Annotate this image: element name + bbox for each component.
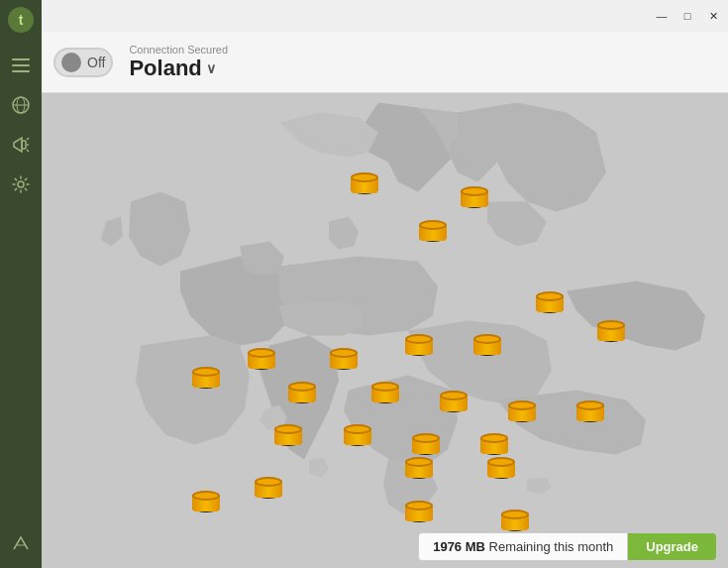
statusbar: 1976 MB Remaining this month Upgrade <box>42 524 728 568</box>
server-pin-p15[interactable] <box>576 400 604 422</box>
data-label: Remaining this month <box>485 539 613 554</box>
server-pin-p9[interactable] <box>248 348 275 370</box>
settings-icon[interactable] <box>5 169 37 200</box>
titlebar: — □ ✕ <box>42 0 728 32</box>
window-controls: — □ ✕ <box>655 9 720 23</box>
svg-rect-4 <box>12 70 30 72</box>
minimize-button[interactable]: — <box>655 9 669 23</box>
server-pin-p14[interactable] <box>508 400 536 422</box>
server-pin-p12[interactable] <box>371 382 399 403</box>
svg-rect-9 <box>22 141 26 149</box>
server-pin-p5[interactable] <box>597 320 625 342</box>
connection-info: Connection Secured Poland ∨ <box>129 44 228 81</box>
menu-icon[interactable] <box>5 50 37 81</box>
svg-line-12 <box>27 150 29 152</box>
server-pin-p16[interactable] <box>274 424 302 446</box>
header: Off Connection Secured Poland ∨ <box>42 32 728 93</box>
server-pin-p20[interactable] <box>405 457 433 479</box>
server-pin-p7[interactable] <box>405 334 433 356</box>
data-remaining: 1976 MB <box>433 539 485 554</box>
status-info: 1976 MB Remaining this month <box>418 532 628 561</box>
server-pin-p18[interactable] <box>412 433 440 455</box>
server-pin-p6[interactable] <box>473 334 501 356</box>
server-pin-p13[interactable] <box>440 391 468 412</box>
svg-marker-8 <box>14 138 22 152</box>
server-pin-p11[interactable] <box>288 382 316 403</box>
toggle-label: Off <box>87 55 105 70</box>
server-pin-p19[interactable] <box>480 433 508 455</box>
svg-text:t: t <box>19 12 24 28</box>
globe-icon[interactable] <box>5 89 37 121</box>
map-area: 1976 MB Remaining this month Upgrade <box>42 93 728 568</box>
upgrade-button[interactable]: Upgrade <box>628 533 716 560</box>
server-pin-p8[interactable] <box>330 348 358 370</box>
connection-country[interactable]: Poland ∨ <box>129 56 228 81</box>
connection-toggle[interactable]: Off <box>53 48 113 77</box>
close-button[interactable]: ✕ <box>706 9 720 23</box>
svg-line-10 <box>27 138 29 140</box>
speed-icon[interactable] <box>5 526 37 558</box>
server-pin-p10[interactable] <box>192 367 220 389</box>
server-pin-p3[interactable] <box>419 220 447 242</box>
main-content: — □ ✕ Off Connection Secured Poland ∨ <box>42 0 728 568</box>
svg-rect-3 <box>12 64 30 66</box>
connection-status: Connection Secured <box>129 44 228 56</box>
toggle-knob <box>61 53 81 72</box>
server-pin-p4[interactable] <box>536 291 564 313</box>
server-pin-p1[interactable] <box>351 172 378 194</box>
server-pin-p2[interactable] <box>461 186 488 208</box>
svg-rect-2 <box>12 58 30 60</box>
server-pin-p24[interactable] <box>405 501 433 522</box>
sidebar: t <box>0 0 42 568</box>
server-pin-p22[interactable] <box>255 477 282 499</box>
promotions-icon[interactable] <box>5 129 37 161</box>
svg-point-13 <box>18 181 24 187</box>
server-pin-p21[interactable] <box>487 457 515 479</box>
logo-icon: t <box>7 6 35 34</box>
maximize-button[interactable]: □ <box>680 9 694 23</box>
server-pin-p23[interactable] <box>192 491 220 512</box>
server-pin-p17[interactable] <box>344 424 371 446</box>
country-chevron: ∨ <box>206 60 216 76</box>
